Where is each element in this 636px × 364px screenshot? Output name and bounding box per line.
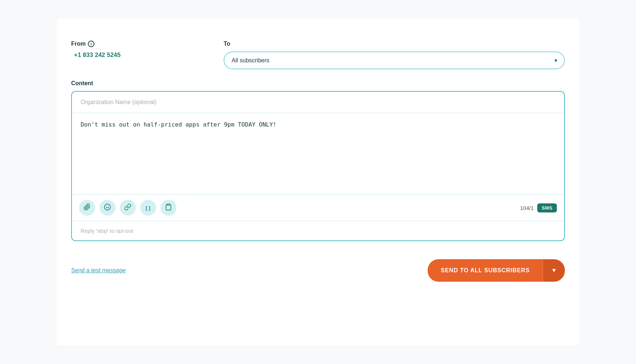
svg-point-0 bbox=[105, 204, 111, 210]
org-name-input[interactable] bbox=[72, 92, 564, 113]
to-label-text: To bbox=[224, 41, 230, 47]
from-group: From i +1 833 242 5245 bbox=[71, 41, 209, 59]
send-to-all-button[interactable]: SEND TO ALL SUBSCRIBERS bbox=[428, 259, 543, 282]
content-section: Content Don't miss out on half-priced ap… bbox=[71, 80, 565, 241]
form-layout: From i +1 833 242 5245 To All subscriber… bbox=[71, 41, 565, 282]
svg-rect-3 bbox=[167, 204, 170, 205]
content-box: Don't miss out on half-priced apps after… bbox=[71, 91, 565, 241]
emoji-icon bbox=[104, 203, 111, 212]
to-select[interactable]: All subscribers Specific segment Custom … bbox=[224, 51, 565, 69]
char-count: 104/1 bbox=[520, 205, 534, 211]
send-dropdown-button[interactable]: ▼ bbox=[543, 259, 565, 282]
to-select-wrapper: All subscribers Specific segment Custom … bbox=[224, 51, 565, 69]
message-textarea[interactable]: Don't miss out on half-priced apps after… bbox=[72, 113, 564, 193]
sms-badge: SMS bbox=[537, 203, 557, 212]
to-group: To All subscribers Specific segment Cust… bbox=[224, 41, 565, 69]
page-container: From i +1 833 242 5245 To All subscriber… bbox=[57, 19, 579, 345]
variable-icon: [ ] bbox=[146, 205, 150, 211]
chevron-down-icon: ▼ bbox=[551, 267, 557, 274]
clipboard-button[interactable] bbox=[160, 200, 176, 216]
to-label: To bbox=[224, 41, 565, 47]
variable-button[interactable]: [ ] bbox=[140, 200, 156, 216]
emoji-button[interactable] bbox=[99, 200, 115, 216]
link-icon bbox=[124, 203, 131, 212]
test-message-link[interactable]: Send a test message bbox=[71, 267, 126, 274]
bottom-actions: Send a test message SEND TO ALL SUBSCRIB… bbox=[71, 259, 565, 282]
from-info-icon[interactable]: i bbox=[88, 41, 94, 47]
toolbar-icons: [ ] bbox=[79, 200, 176, 216]
from-label-text: From bbox=[71, 41, 86, 47]
from-label: From i bbox=[71, 41, 209, 47]
send-button-group: SEND TO ALL SUBSCRIBERS ▼ bbox=[428, 259, 565, 282]
toolbar-row: [ ] 104/1 SM bbox=[72, 194, 564, 221]
attachment-button[interactable] bbox=[79, 200, 95, 216]
fields-row: From i +1 833 242 5245 To All subscriber… bbox=[71, 41, 565, 69]
content-label: Content bbox=[71, 80, 565, 87]
from-phone-number: +1 833 242 5245 bbox=[71, 51, 209, 59]
attachment-icon bbox=[83, 203, 91, 212]
opt-out-row: Reply 'stop' to opt-out bbox=[72, 221, 564, 240]
clipboard-icon bbox=[165, 203, 172, 212]
char-count-sms: 104/1 SMS bbox=[520, 203, 557, 212]
link-button[interactable] bbox=[120, 200, 136, 216]
